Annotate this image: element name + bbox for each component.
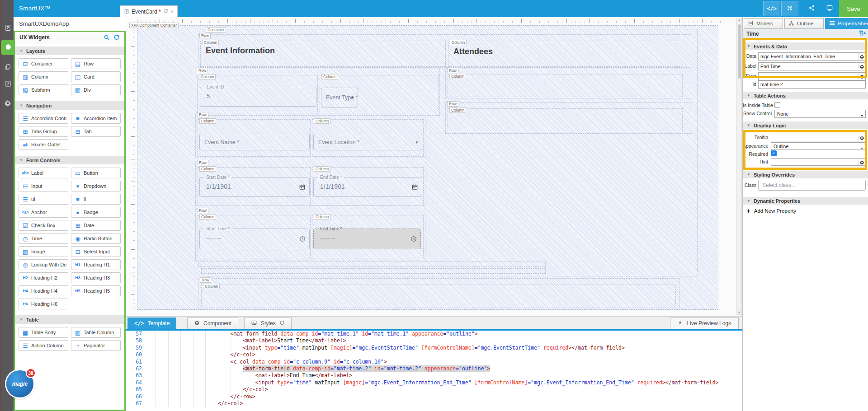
save-button[interactable]: Save	[839, 0, 868, 17]
widget-div[interactable]: ▦Div	[71, 84, 121, 95]
tab-models[interactable]: Models	[744, 18, 783, 29]
row-chip[interactable]: Row	[197, 112, 208, 117]
heading-attendees[interactable]: Attendees	[453, 47, 493, 56]
widget-badge[interactable]: ●Badge	[71, 207, 121, 218]
widget-time[interactable]: ◷Time	[19, 233, 68, 244]
rail-documents-button[interactable]	[1, 22, 14, 35]
widget-section-form-controls[interactable]: ▼Form Controls	[15, 156, 124, 164]
column-chip[interactable]: Column	[314, 166, 330, 172]
rail-pages-button[interactable]	[1, 61, 14, 75]
row-chip[interactable]: Row	[200, 277, 211, 283]
widget-heading-h6[interactable]: H6Heading H6	[19, 299, 68, 309]
column-chip[interactable]: Column	[321, 74, 338, 79]
code-editor[interactable]: 57<mat-form-field data-comp-id="mat-time…	[126, 331, 742, 411]
add-new-property-button[interactable]: + Add New Property	[746, 207, 796, 215]
section-events-data[interactable]: ▼ Events & Data	[743, 42, 868, 50]
widget-table-column[interactable]: ▥Table Column	[71, 327, 121, 338]
widget-label[interactable]: abcLabel	[19, 168, 68, 178]
widget-image[interactable]: ▨Image	[19, 246, 68, 257]
canvas-vertical-scrollbar[interactable]: ▲ ▼	[736, 18, 742, 315]
field-event-type[interactable]: Event Type * ▼	[321, 88, 358, 107]
widget-lookup-with-de[interactable]: ◎Lookup With De...	[19, 259, 68, 270]
error-input[interactable]	[758, 72, 866, 80]
widget-column[interactable]: ▥Column	[19, 71, 68, 82]
field-event-id[interactable]: Event ID 5	[200, 87, 316, 107]
tab-outline[interactable]: Outline	[784, 18, 824, 29]
column-chip[interactable]: Column	[203, 284, 220, 289]
id-input[interactable]: mat-time.2	[758, 80, 866, 89]
tab-styles[interactable]: Styles	[244, 318, 292, 329]
widget-row[interactable]: ▤Row	[71, 58, 121, 69]
widget-radio-button[interactable]: ◉Radio Button	[71, 233, 121, 244]
gear-icon[interactable]	[858, 159, 865, 165]
row-chip[interactable]: Row	[199, 33, 211, 38]
field-start-time[interactable]: Start Time * --:-- --	[199, 229, 310, 249]
column-chip[interactable]: Column	[314, 214, 330, 220]
widget-paginator[interactable]: ‹›Paginator	[71, 340, 121, 351]
widget-heading-h5[interactable]: H5Heading H5	[71, 285, 121, 296]
appearance-select[interactable]: Outline ▼	[771, 142, 866, 150]
widget-heading-h2[interactable]: H2Heading H2	[19, 272, 68, 283]
code-line-62[interactable]: 62<mat-form-field data-comp-id="mat-time…	[126, 365, 742, 372]
widget-date[interactable]: ⊞Date	[71, 220, 121, 231]
code-line-65[interactable]: 65</c-col>	[126, 386, 742, 393]
field-start-date[interactable]: Start Date * 1/1/1901	[199, 177, 310, 197]
field-event-name[interactable]: Event Name *	[199, 134, 310, 150]
widget-button[interactable]: ▭Button	[71, 168, 121, 178]
calendar-icon[interactable]	[411, 184, 418, 191]
widget-subform[interactable]: ▧Subform	[19, 84, 68, 95]
column-chip[interactable]: Column	[449, 74, 466, 79]
widget-ul[interactable]: ☰ul	[19, 194, 68, 205]
data-input[interactable]: mgc.Event_Inforrmation_End_Time	[758, 52, 866, 61]
preview-button[interactable]	[821, 1, 838, 16]
is-inside-table-checkbox[interactable]	[774, 102, 780, 108]
code-line-66[interactable]: 66</c-row>	[126, 393, 742, 400]
widget-heading-h4[interactable]: H4Heading H4	[19, 285, 68, 296]
class-input[interactable]: Select class...	[758, 180, 866, 191]
code-view-button[interactable]: </>	[763, 1, 780, 16]
section-styling-overrides[interactable]: ▼ Styling Overrides	[743, 171, 868, 178]
row-box[interactable]	[201, 268, 546, 274]
widget-li[interactable]: ≡li	[71, 194, 121, 205]
field-end-time-selected[interactable]: End Time * --:-- --	[313, 229, 421, 249]
scroll-down-icon[interactable]: ▼	[737, 311, 741, 314]
field-event-location[interactable]: Event Location * ▼	[313, 134, 422, 150]
widget-tab[interactable]: ⊟Tab	[71, 126, 121, 137]
gear-icon[interactable]	[858, 135, 865, 141]
widget-accordion-conta[interactable]: ☰Accordion Conta...	[19, 113, 68, 124]
tab-refresh-icon[interactable]	[163, 9, 168, 14]
scrollbar-thumb[interactable]	[738, 24, 741, 79]
tab-component[interactable]: Component	[187, 318, 238, 329]
widget-section-navigation[interactable]: ▼Navigation	[15, 101, 124, 110]
live-preview-logs-button[interactable]: Live Preview Logs	[670, 318, 739, 329]
container-chip[interactable]: Container	[206, 27, 226, 33]
section-table-actions[interactable]: ▼ Table Actions	[743, 92, 868, 99]
widget-router-outlet[interactable]: ⇄Router Outlet	[19, 139, 68, 150]
gear-icon[interactable]	[858, 53, 865, 60]
column-box[interactable]	[448, 75, 683, 97]
refresh-icon[interactable]	[279, 320, 285, 327]
share-button[interactable]	[803, 1, 820, 16]
widget-dropdown[interactable]: ▾Dropdown	[71, 181, 121, 191]
widget-heading-h1[interactable]: H1Heading H1	[71, 259, 121, 270]
tab-template[interactable]: </> Template	[127, 318, 176, 329]
expand-button[interactable]	[781, 1, 798, 16]
rail-publish-button[interactable]	[1, 78, 14, 91]
heading-event-information[interactable]: Event Information	[206, 46, 275, 56]
code-line-59[interactable]: 59<input type="time" matInput [magic]="m…	[126, 345, 742, 351]
column-chip[interactable]: Column	[449, 107, 466, 113]
design-canvas[interactable]: XPA Component Container Container Row Co…	[126, 17, 742, 316]
row-chip[interactable]: Row	[197, 68, 208, 73]
column-chip[interactable]: Column	[199, 166, 216, 172]
widget-accordion-item[interactable]: ≡Accordion Item	[71, 113, 121, 124]
required-checkbox[interactable]	[771, 150, 777, 156]
tab-propertysheet[interactable]: PropertyShee	[825, 18, 868, 29]
panel-scroll-up-icon[interactable]: ▲	[863, 30, 867, 35]
row-chip[interactable]: Row	[197, 160, 208, 165]
column-chip[interactable]: Column	[314, 118, 330, 124]
field-end-date[interactable]: End Date * 1/1/1901	[313, 177, 422, 197]
column-box[interactable]	[201, 285, 676, 306]
row-chip[interactable]: Row	[447, 68, 458, 73]
hint-input[interactable]	[771, 158, 866, 166]
widget-section-layouts[interactable]: ▼Layouts	[15, 47, 124, 55]
